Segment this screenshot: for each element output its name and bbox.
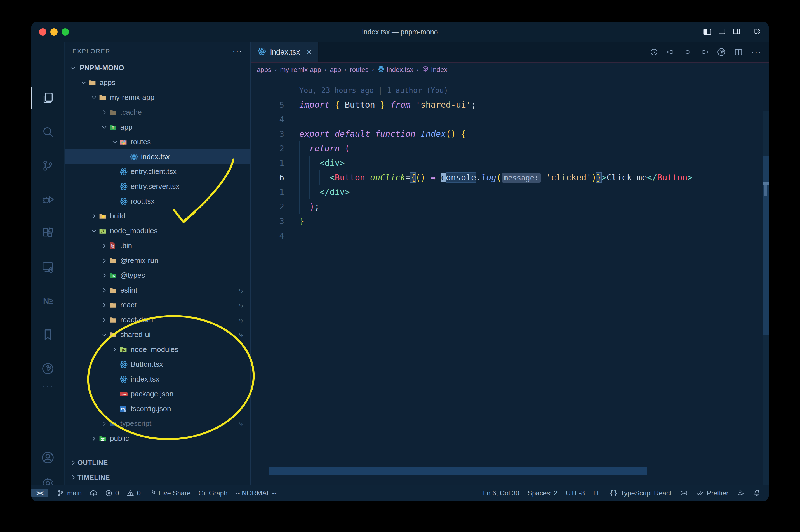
status-0[interactable]: 0 <box>127 489 140 497</box>
gitlens-circle-icon[interactable] <box>717 48 726 57</box>
tree-item-package-json[interactable]: npmpackage.json <box>64 386 250 401</box>
folder-app-icon: ⚙ <box>109 123 119 131</box>
status-prettier[interactable]: Prettier <box>696 489 728 497</box>
tree-item-public[interactable]: public <box>64 431 250 446</box>
editor-actions: ··· <box>650 42 762 62</box>
tree-item-react-dom[interactable]: react-dom⤷ <box>64 312 250 327</box>
tree-item-node-modules[interactable]: JSnode_modules <box>64 224 250 238</box>
activity-files-icon[interactable] <box>31 84 64 112</box>
code-line: 2 return ( <box>251 141 760 156</box>
tree-item-apps[interactable]: apps <box>64 75 250 90</box>
more-actions-icon[interactable]: ··· <box>751 47 762 57</box>
tree-item-entry-client-tsx[interactable]: entry.client.tsx <box>64 164 250 179</box>
tree-item--remix-run[interactable]: @remix-run <box>64 253 250 268</box>
code-text: <div> <box>299 156 345 170</box>
code-line: 4 <box>251 229 760 243</box>
horizontal-scrollbar[interactable] <box>268 467 647 475</box>
breadcrumb-item-apps[interactable]: apps <box>257 66 271 74</box>
screenshot-stage: index.tsx — pnpm-mono N≥···1 EXPLORER ··… <box>0 0 800 532</box>
breadcrumb-item-index-tsx[interactable]: index.tsx <box>377 65 414 74</box>
folder-build-icon <box>99 212 108 221</box>
tree-item-button-tsx[interactable]: Button.tsx <box>64 357 250 372</box>
status-live-share[interactable]: Live Share <box>149 489 191 497</box>
status-git-graph[interactable]: Git Graph <box>198 489 228 497</box>
activity-source-control-icon[interactable] <box>31 152 64 179</box>
status-remote-icon[interactable]: >< <box>31 489 48 497</box>
activity-run-debug-icon[interactable] <box>31 186 64 213</box>
tree-item-react[interactable]: react⤷ <box>64 298 250 312</box>
svg-text:TS: TS <box>111 423 115 426</box>
status-normal[interactable]: -- NORMAL -- <box>235 489 277 497</box>
next-change-icon[interactable] <box>700 48 708 56</box>
tree-item-label: .cache <box>120 108 142 117</box>
folder-tan-icon <box>109 256 119 265</box>
tree-item-index-tsx[interactable]: index.tsx <box>64 372 250 386</box>
breadcrumb-item-index[interactable]: Index <box>422 65 447 74</box>
status-ln-6-col-30[interactable]: Ln 6, Col 30 <box>483 489 519 497</box>
status-main[interactable]: main <box>57 489 82 497</box>
sidebar-section-timeline[interactable]: TIMELINE <box>64 470 250 485</box>
tree-item--types[interactable]: TS@types <box>64 268 250 283</box>
tree-item-root-tsx[interactable]: root.tsx <box>64 194 250 209</box>
tree-item-label: entry.server.tsx <box>131 182 179 191</box>
tree-item-label: entry.client.tsx <box>131 167 176 176</box>
activity-nx-console-icon[interactable]: N≥ <box>31 287 64 315</box>
chevron-right-icon <box>100 271 109 280</box>
sidebar-section-outline[interactable]: OUTLINE <box>64 455 250 470</box>
tree-item-app[interactable]: ⚙app <box>64 120 250 135</box>
tree-item-my-remix-app[interactable]: my-remix-app <box>64 90 250 105</box>
tree-item-shared-ui[interactable]: shared-ui⤷ <box>64 327 250 342</box>
status-spaces-2[interactable]: Spaces: 2 <box>528 489 557 497</box>
code-editor[interactable]: You, 23 hours ago | 1 author (You)5impor… <box>251 77 769 485</box>
activity-account-icon[interactable] <box>31 443 64 472</box>
folder-tan-icon <box>109 108 119 117</box>
activity-more-icon[interactable]: ··· <box>31 372 64 400</box>
breadcrumb-item-app[interactable]: app <box>330 66 341 74</box>
chevron-down-icon <box>100 122 109 132</box>
tree-item-build[interactable]: build <box>64 209 250 224</box>
layout-customize-icon[interactable] <box>753 28 761 36</box>
code-text: <Button onClick={() ⇒ console.log(messag… <box>299 170 692 185</box>
tree-item-eslint[interactable]: eslint⤷ <box>64 283 250 298</box>
status-typescript-react[interactable]: {}TypeScript React <box>610 489 672 497</box>
tree-item-entry-server-tsx[interactable]: entry.server.tsx <box>64 179 250 194</box>
history-icon[interactable] <box>650 48 658 56</box>
status-cloud-upload-icon[interactable] <box>90 489 97 497</box>
activity-extensions-icon[interactable] <box>31 219 64 247</box>
tree-item-index-tsx[interactable]: index.tsx <box>64 149 250 164</box>
window-titlebar[interactable]: index.tsx — pnpm-mono <box>31 22 769 42</box>
svg-text:TS: TS <box>111 274 115 278</box>
remote-icon: >< <box>36 489 43 497</box>
tree-item--cache[interactable]: .cache <box>64 105 250 120</box>
status-bell-icon[interactable] <box>753 489 761 497</box>
prev-change-icon[interactable] <box>667 48 675 56</box>
tree-item--bin[interactable]: 0110.bin <box>64 238 250 253</box>
close-tab-icon[interactable]: × <box>307 47 312 57</box>
change-icon[interactable] <box>683 48 692 56</box>
layout-sidebar-left-icon[interactable] <box>703 28 711 36</box>
activity-search-icon[interactable] <box>31 118 64 146</box>
status-0[interactable]: 0 <box>105 489 119 497</box>
person-remove-icon <box>737 489 745 497</box>
split-editor-icon[interactable] <box>734 48 743 56</box>
tab-index-tsx[interactable]: index.tsx× <box>251 42 319 62</box>
status-utf-8[interactable]: UTF-8 <box>566 489 585 497</box>
status-lf[interactable]: LF <box>593 489 601 497</box>
tree-root-folder[interactable]: PNPM-MONO <box>64 60 250 75</box>
svg-text:10: 10 <box>111 246 114 248</box>
tree-item-node-modules[interactable]: JSnode_modules <box>64 342 250 357</box>
activity-remote-explorer-icon[interactable] <box>31 253 64 281</box>
tree-item-tsconfig-json[interactable]: TStsconfig.json <box>64 401 250 416</box>
breadcrumb-item-my-remix-app[interactable]: my-remix-app <box>280 66 321 74</box>
tree-item-routes[interactable]: routes <box>64 135 250 149</box>
symlink-icon: ⤷ <box>239 316 243 324</box>
vertical-scrollbar[interactable] <box>763 111 769 485</box>
status-copilot-icon[interactable] <box>680 489 688 497</box>
layout-panel-icon[interactable] <box>718 28 726 36</box>
activity-bookmarks-icon[interactable] <box>31 321 64 349</box>
tree-item-typescript[interactable]: TStypescript⤷ <box>64 416 250 431</box>
layout-sidebar-right-icon[interactable] <box>732 28 741 36</box>
breadcrumb-item-routes[interactable]: routes <box>350 66 369 74</box>
status-person-remove-icon[interactable] <box>737 489 745 497</box>
explorer-more-actions-icon[interactable]: ··· <box>232 50 243 53</box>
